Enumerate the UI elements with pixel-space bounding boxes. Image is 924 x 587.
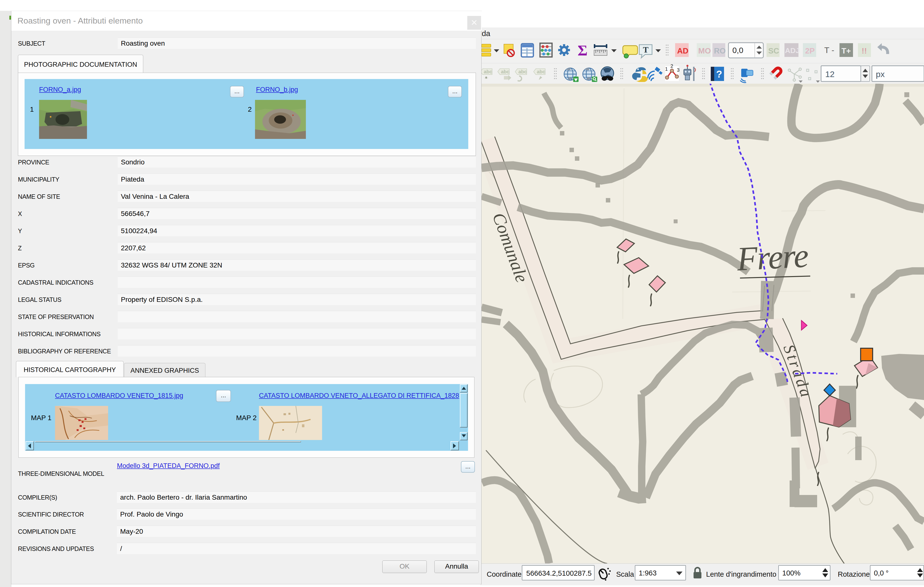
svg-text:2: 2: [670, 63, 673, 69]
svg-text:Frere: Frere: [736, 237, 809, 278]
svg-text:abc: abc: [484, 69, 492, 74]
svg-text:MO: MO: [698, 46, 711, 55]
svg-text:!!: !!: [861, 46, 867, 55]
svg-text:2P: 2P: [805, 46, 815, 55]
svg-text:SC: SC: [768, 46, 779, 55]
svg-text:Σ: Σ: [578, 42, 587, 59]
svg-text:ADJ: ADJ: [785, 46, 800, 54]
svg-text:px: px: [876, 69, 885, 79]
svg-text:12: 12: [825, 69, 835, 79]
svg-text:T: T: [643, 45, 648, 54]
svg-text:3: 3: [677, 67, 680, 72]
svg-text:AD: AD: [677, 46, 688, 55]
svg-text:0,0: 0,0: [733, 46, 743, 55]
svg-text:1: 1: [665, 66, 668, 72]
svg-text:T+: T+: [842, 46, 851, 55]
svg-text:RO: RO: [714, 46, 726, 55]
svg-text:?: ?: [716, 69, 722, 79]
svg-text:T -: T -: [824, 45, 834, 55]
